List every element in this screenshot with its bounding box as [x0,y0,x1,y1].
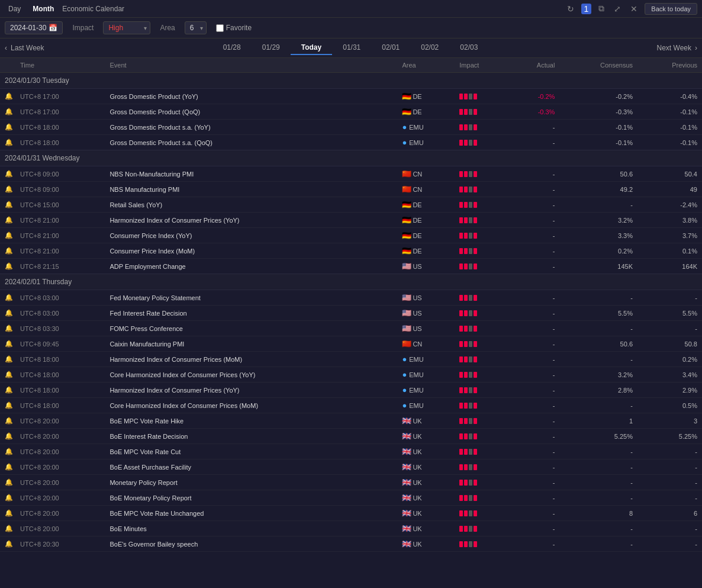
table-row[interactable]: 🔔UTC+8 20:00BoE MPC Vote Rate Unchanged🇬… [0,506,702,521]
table-row[interactable]: 🔔UTC+8 20:00BoE Monetary Policy Report🇬🇧… [0,490,702,506]
area-select[interactable]: 6 [185,21,207,34]
event-name: BoE Minutes [105,521,397,536]
table-row[interactable]: 🔔UTC+8 03:30FOMC Press Conference🇺🇸US--- [0,321,702,336]
event-time: UTC+8 21:00 [15,243,105,259]
table-row[interactable]: 🔔UTC+8 20:00BoE Asset Purchase Facility🇬… [0,460,702,475]
previous-value: 3 [637,413,702,429]
next-week-nav[interactable]: Next Week › [657,44,697,52]
back-to-today-button[interactable]: Back to today [645,3,697,15]
event-name: BoE's Governor Bailey speech [105,536,397,552]
actual-value: - [508,135,559,150]
table-row[interactable]: 🔔UTC+8 20:00BoE MPC Vote Rate Hike🇬🇧UK-1… [0,413,702,429]
event-name: Harmonized Index of Consumer Prices (MoM… [105,352,397,367]
bell-cell: 🔔 [0,243,15,259]
top-bar: Day Month Economic Calendar ↻ 1 ⧉ ⤢ ✕ Ba… [0,0,702,18]
calendar-icon: 📅 [49,24,57,32]
actual-value: - [508,228,559,243]
table-row[interactable]: 🔔UTC+8 18:00Harmonized Index of Consumer… [0,383,702,398]
event-time: UTC+8 20:00 [15,490,105,506]
table-row[interactable]: 🔔UTC+8 03:00Fed Monetary Policy Statemen… [0,290,702,306]
nav-date-02-03[interactable]: 02/03 [449,41,488,55]
event-time: UTC+8 09:00 [15,166,105,182]
impact-cell [455,228,508,243]
consensus-value: - [559,521,637,536]
col-impact: Impact [455,58,508,73]
nav-date-01-31[interactable]: 01/31 [332,41,371,55]
bell-cell: 🔔 [0,213,15,228]
table-row[interactable]: 🔔UTC+8 21:00Harmonized Index of Consumer… [0,213,702,228]
table-row[interactable]: 🔔UTC+8 18:00Gross Domestic Product s.a. … [0,135,702,150]
table-row[interactable]: 🔔UTC+8 17:00Gross Domestic Product (YoY)… [0,89,702,104]
table-row[interactable]: 🔔UTC+8 18:00Gross Domestic Product s.a. … [0,120,702,135]
area-cell: ●EMU [397,383,455,398]
nav-date-01-28[interactable]: 01/28 [212,41,252,55]
nav-date-02-02[interactable]: 02/02 [410,41,449,55]
bell-cell: 🔔 [0,166,15,182]
tab-month[interactable]: Month [29,4,57,14]
actual-value: - [508,521,559,536]
table-row[interactable]: 🔔UTC+8 20:00Monetary Policy Report🇬🇧UK--… [0,475,702,490]
event-time: UTC+8 21:15 [15,259,105,274]
impact-cell [455,398,508,413]
area-cell: 🇩🇪DE [397,243,455,259]
favorite-checkbox[interactable] [216,24,224,32]
table-row[interactable]: 🔔UTC+8 17:00Gross Domestic Product (QoQ)… [0,104,702,120]
table-row[interactable]: 🔔UTC+8 20:30BoE's Governor Bailey speech… [0,536,702,552]
nav-date-01-29[interactable]: 01/29 [252,41,291,55]
event-time: UTC+8 20:00 [15,460,105,475]
previous-value: 49 [637,182,702,197]
bell-cell: 🔔 [0,259,15,274]
window-number-icon[interactable]: 1 [581,4,592,14]
impact-cell [455,444,508,460]
close-icon[interactable]: ✕ [628,3,640,15]
impact-select[interactable]: High Medium Low [103,21,150,34]
impact-cell [455,521,508,536]
duplicate-icon[interactable]: ⧉ [596,2,607,15]
event-name: Harmonized Index of Consumer Prices (YoY… [105,213,397,228]
area-cell: 🇬🇧UK [397,490,455,506]
bell-cell: 🔔 [0,383,15,398]
table-row[interactable]: 🔔UTC+8 21:00Consumer Price Index (YoY)🇩🇪… [0,228,702,243]
table-row[interactable]: 🔔UTC+8 09:00NBS Manufacturing PMI🇨🇳CN-49… [0,182,702,197]
actual-value: - [508,475,559,490]
date-value: 2024-01-30 [10,24,46,32]
next-week-label: Next Week [657,44,691,52]
refresh-icon[interactable]: ↻ [565,3,577,15]
actual-value: - [508,336,559,352]
table-row[interactable]: 🔔UTC+8 21:00Consumer Price Index (MoM)🇩🇪… [0,243,702,259]
table-row[interactable]: 🔔UTC+8 15:00Retail Sales (YoY)🇩🇪DE---2.4… [0,197,702,213]
impact-cell [455,259,508,274]
event-name: Core Harmonized Index of Consumer Prices… [105,398,397,413]
bell-cell: 🔔 [0,460,15,475]
table-row[interactable]: 🔔UTC+8 20:00BoE MPC Vote Rate Cut🇬🇧UK--- [0,444,702,460]
nav-date-02-01[interactable]: 02/01 [371,41,410,55]
favorite-filter[interactable]: Favorite [216,24,252,32]
table-row[interactable]: 🔔UTC+8 20:00BoE Interest Rate Decision🇬🇧… [0,429,702,444]
previous-value: - [637,475,702,490]
bell-cell: 🔔 [0,475,15,490]
event-name: NBS Non-Manufacturing PMI [105,166,397,182]
actual-value: - [508,290,559,306]
impact-cell [455,243,508,259]
tab-day[interactable]: Day [5,4,24,14]
actual-value: - [508,444,559,460]
actual-value: - [508,536,559,552]
table-row[interactable]: 🔔UTC+8 03:00Fed Interest Rate Decision🇺🇸… [0,306,702,321]
table-row[interactable]: 🔔UTC+8 09:45Caixin Manufacturing PMI🇨🇳CN… [0,336,702,352]
event-name: BoE Monetary Policy Report [105,490,397,506]
date-picker[interactable]: 2024-01-30 📅 [5,21,63,34]
consensus-value: 1 [559,413,637,429]
table-row[interactable]: 🔔UTC+8 18:00Harmonized Index of Consumer… [0,352,702,367]
actual-value: - [508,306,559,321]
bell-cell: 🔔 [0,197,15,213]
last-week-nav[interactable]: ‹ Last Week [5,44,44,52]
table-row[interactable]: 🔔UTC+8 18:00Core Harmonized Index of Con… [0,398,702,413]
nav-date-Today[interactable]: Today [291,41,332,55]
table-row[interactable]: 🔔UTC+8 20:00BoE Minutes🇬🇧UK--- [0,521,702,536]
area-label: Area [160,24,175,32]
table-row[interactable]: 🔔UTC+8 18:00Core Harmonized Index of Con… [0,367,702,383]
table-row[interactable]: 🔔UTC+8 21:15ADP Employment Change🇺🇸US-14… [0,259,702,274]
expand-icon[interactable]: ⤢ [611,3,623,15]
table-row[interactable]: 🔔UTC+8 09:00NBS Non-Manufacturing PMI🇨🇳C… [0,166,702,182]
previous-value: - [637,536,702,552]
